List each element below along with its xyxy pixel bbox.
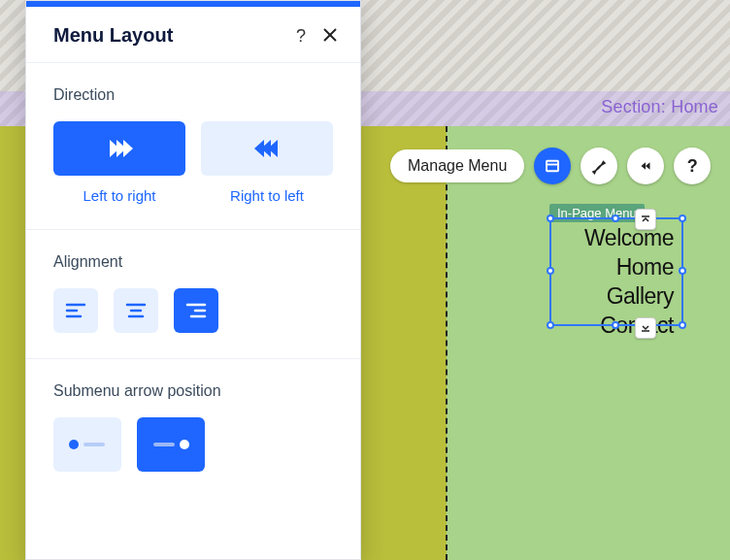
layout-tool-button[interactable]	[534, 148, 571, 184]
direction-ltr-button[interactable]	[53, 121, 185, 176]
design-tool-button[interactable]	[581, 148, 617, 184]
direction-rtl-button[interactable]	[201, 121, 333, 176]
svg-rect-17	[153, 443, 175, 446]
collapse-up-button[interactable]	[635, 209, 656, 230]
section-label: Section: Home	[601, 97, 718, 117]
column-divider	[446, 126, 448, 560]
align-right-button[interactable]	[174, 288, 218, 333]
submenu-arrow-right-button[interactable]	[137, 417, 205, 472]
help-tool-button[interactable]: ?	[674, 148, 711, 184]
expand-down-button[interactable]	[635, 317, 656, 339]
panel-header: Menu Layout ?	[26, 7, 360, 62]
manage-menu-button[interactable]: Manage Menu	[390, 149, 524, 182]
resize-handle[interactable]	[547, 321, 554, 329]
alignment-section: Alignment	[26, 229, 360, 358]
resize-handle[interactable]	[547, 267, 554, 275]
resize-handle[interactable]	[679, 214, 686, 222]
animation-tool-button[interactable]	[627, 148, 664, 184]
alignment-label: Alignment	[53, 253, 333, 271]
menu-layout-panel: Menu Layout ? Direction Left to right Ri…	[25, 0, 361, 560]
resize-handle[interactable]	[679, 267, 686, 275]
direction-rtl-caption: Right to left	[201, 187, 333, 204]
help-icon[interactable]: ?	[296, 27, 306, 45]
submenu-label: Submenu arrow position	[53, 382, 333, 400]
align-left-button[interactable]	[53, 288, 98, 333]
submenu-arrow-left-button[interactable]	[53, 417, 121, 472]
svg-rect-16	[83, 443, 105, 446]
svg-point-18	[180, 440, 189, 449]
resize-handle[interactable]	[679, 321, 686, 329]
direction-ltr-caption: Left to right	[53, 187, 185, 204]
resize-handle[interactable]	[612, 321, 619, 329]
element-toolbar: Manage Menu ?	[390, 148, 711, 184]
svg-point-15	[69, 440, 79, 449]
resize-handle[interactable]	[547, 214, 554, 222]
svg-rect-0	[547, 161, 558, 172]
panel-title: Menu Layout	[53, 24, 173, 47]
selection-box[interactable]	[549, 217, 683, 326]
close-icon[interactable]	[323, 27, 337, 45]
section-column[interactable]	[447, 126, 730, 560]
direction-section: Direction Left to right Right to left	[26, 62, 360, 229]
align-center-button[interactable]	[114, 288, 158, 333]
submenu-section: Submenu arrow position	[26, 358, 360, 497]
direction-label: Direction	[53, 86, 333, 104]
resize-handle[interactable]	[612, 214, 619, 222]
